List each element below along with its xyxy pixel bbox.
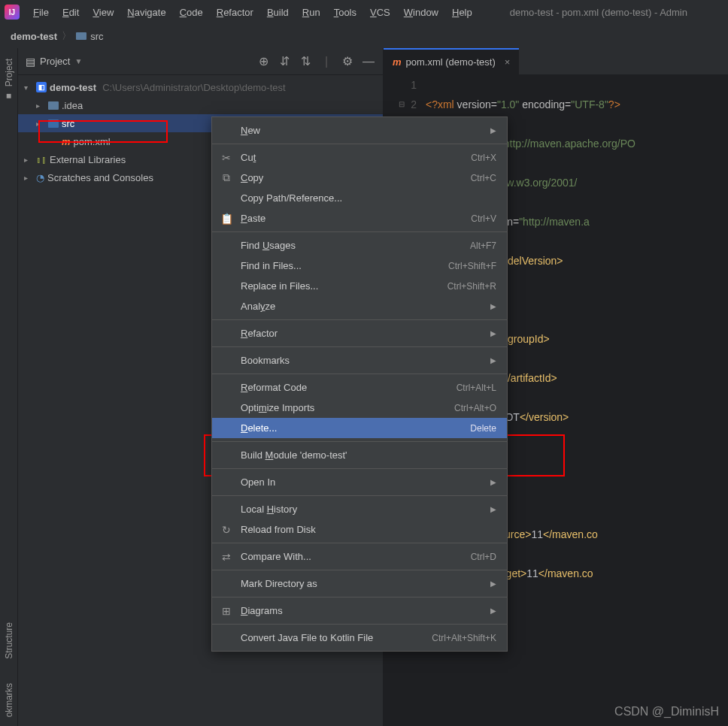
diagram-icon: ⊞: [220, 605, 233, 617]
cm-bookmarks[interactable]: Bookmarks▶: [212, 350, 507, 371]
chevron-right-icon: ▶: [490, 478, 496, 486]
cm-compare-with[interactable]: ⇄Compare With...Ctrl+D: [212, 546, 507, 567]
cm-new[interactable]: New▶: [212, 120, 507, 141]
cm-delete[interactable]: Delete...Delete: [212, 418, 507, 438]
chevron-right-icon: ▶: [490, 356, 496, 365]
tab-bar: m pom.xml (demo-test) ×: [384, 48, 728, 75]
tree-idea[interactable]: .idea: [18, 96, 383, 114]
tool-rail: ■Project Structure okmarks: [0, 48, 18, 726]
cm-find-in-files[interactable]: Find in Files...Ctrl+Shift+F: [212, 256, 507, 276]
cm-local-history[interactable]: Local History▶: [212, 499, 507, 519]
cm-refactor[interactable]: Refactor▶: [212, 323, 507, 343]
cm-open-in[interactable]: Open In▶: [212, 472, 507, 492]
maven-icon: m: [393, 56, 402, 68]
project-panel-header: ▤ Project ▼ ⊕ ⇵ ⇅ | ⚙ —: [18, 48, 383, 75]
cut-icon: ✂: [220, 152, 233, 164]
folder-icon: [48, 119, 59, 128]
cm-diagrams[interactable]: ⊞Diagrams▶: [212, 600, 507, 621]
cm-build-module-demo-test[interactable]: Build Module 'demo-test': [212, 445, 507, 465]
breadcrumb: demo-test 〉 src: [0, 24, 728, 48]
chevron-right-icon: ▶: [490, 505, 496, 513]
expand-icon[interactable]: ⇵: [278, 55, 291, 68]
panel-title: Project: [40, 56, 70, 67]
menu-tools[interactable]: Tools: [328, 4, 362, 21]
chevron-right-icon: ▶: [490, 329, 496, 337]
rail-project[interactable]: ■Project: [4, 54, 14, 106]
gear-icon[interactable]: ⚙: [341, 55, 354, 68]
chevron-right-icon: ▶: [490, 607, 496, 615]
menubar: IJ FileEditViewNavigateCodeRefactorBuild…: [0, 0, 728, 24]
maven-icon: m: [62, 136, 71, 147]
breadcrumb-root[interactable]: demo-test: [11, 31, 57, 42]
cm-reload-from-disk[interactable]: ↻Reload from Disk: [212, 519, 507, 540]
breadcrumb-child[interactable]: src: [76, 31, 103, 42]
reload-icon: ↻: [220, 524, 233, 536]
folder-icon: [48, 101, 59, 110]
hide-icon[interactable]: —: [362, 55, 375, 68]
tab-pom[interactable]: m pom.xml (demo-test) ×: [384, 48, 519, 74]
chevron-right-icon: 〉: [62, 29, 71, 43]
select-opened-icon[interactable]: ⊕: [256, 55, 270, 68]
watermark: CSDN @_DiminisH: [614, 705, 719, 718]
library-icon: ⫾⫿: [36, 154, 47, 165]
app-icon: IJ: [5, 5, 20, 20]
chevron-right-icon: ▶: [490, 126, 496, 135]
cm-find-usages[interactable]: Find UsagesAlt+F7: [212, 235, 507, 256]
tree-root[interactable]: ◧ demo-test C:\Users\Administrator\Deskt…: [18, 78, 383, 96]
cm-copy[interactable]: ⧉CopyCtrl+C: [212, 168, 507, 188]
chevron-right-icon: ▶: [490, 302, 496, 310]
cm-optimize-imports[interactable]: Optimize ImportsCtrl+Alt+O: [212, 398, 507, 418]
paste-icon: 📋: [220, 213, 233, 225]
cm-cut[interactable]: ✂CutCtrl+X: [212, 147, 507, 168]
menu-navigate[interactable]: Navigate: [121, 4, 171, 21]
menu-view[interactable]: View: [86, 4, 120, 21]
cm-reformat-code[interactable]: Reformat CodeCtrl+Alt+L: [212, 377, 507, 398]
chevron-right-icon: ▶: [490, 579, 496, 588]
menu-file[interactable]: File: [27, 4, 55, 21]
module-icon: ◧: [36, 82, 47, 92]
cm-paste[interactable]: 📋PasteCtrl+V: [212, 208, 507, 228]
menu-vcs[interactable]: VCS: [364, 4, 396, 21]
cm-analyze[interactable]: Analyze▶: [212, 296, 507, 316]
menu-help[interactable]: Help: [446, 4, 478, 21]
compare-icon: ⇄: [220, 551, 233, 563]
menu-code[interactable]: Code: [174, 4, 209, 21]
menu-build[interactable]: Build: [261, 4, 295, 21]
cm-replace-in-files[interactable]: Replace in Files...Ctrl+Shift+R: [212, 276, 507, 296]
rail-structure[interactable]: Structure: [4, 618, 14, 664]
menu-edit[interactable]: Edit: [56, 4, 85, 21]
cm-copy-path-reference[interactable]: Copy Path/Reference...: [212, 188, 507, 208]
menu-refactor[interactable]: Refactor: [211, 4, 259, 21]
dropdown-icon[interactable]: ▼: [74, 57, 82, 65]
scratch-icon: ◔: [36, 172, 44, 183]
copy-icon: ⧉: [220, 171, 233, 184]
collapse-icon[interactable]: ⇅: [299, 55, 312, 68]
rail-bookmarks[interactable]: okmarks: [4, 679, 14, 721]
menu-run[interactable]: Run: [296, 4, 326, 21]
context-menu: New▶✂CutCtrl+X⧉CopyCtrl+CCopy Path/Refer…: [211, 116, 508, 652]
close-icon[interactable]: ×: [505, 56, 511, 68]
window-title: demo-test - pom.xml (demo-test) - Admin: [510, 7, 687, 18]
menu-window[interactable]: Window: [398, 4, 444, 21]
cm-mark-directory-as[interactable]: Mark Directory as▶: [212, 573, 507, 594]
folder-icon: [76, 32, 86, 40]
cm-convert-java-file-to-kotlin-file[interactable]: Convert Java File to Kotlin FileCtrl+Alt…: [212, 628, 507, 648]
